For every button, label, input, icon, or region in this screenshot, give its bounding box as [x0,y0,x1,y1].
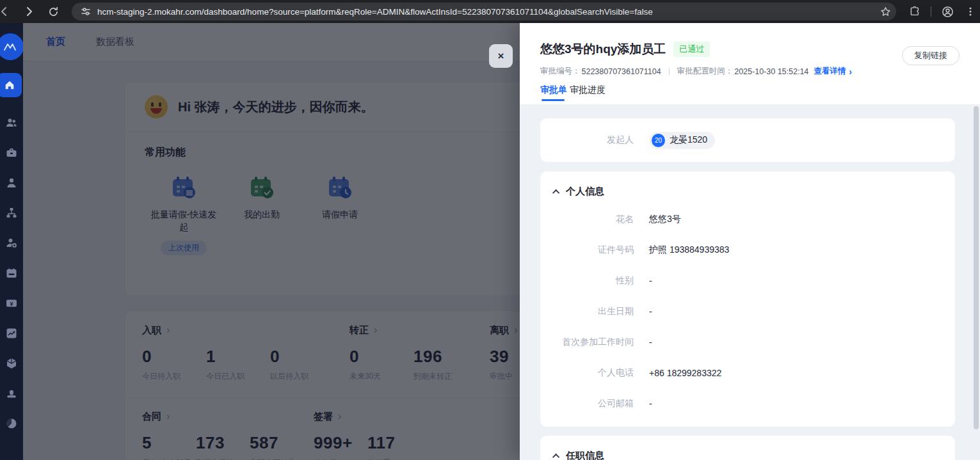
sidebar-item-employees[interactable] [5,116,18,129]
screen: hcm-staging-2.mokahr.com/dashboard/home?… [0,0,980,460]
info-row-gender: 性别 - [540,266,955,296]
panel-tabs: 审批单 审批进度 [540,84,960,101]
panel-header: 悠悠3号的hqy添加员工 已通过 复制链接 审批编号： 522380707361… [520,23,980,104]
browser-toolbar: hcm-staging-2.mokahr.com/dashboard/home?… [0,0,980,23]
approval-detail-panel: × 悠悠3号的hqy添加员工 已通过 复制链接 审批编号： 5223807073… [520,23,980,460]
personal-info-section: 个人信息 花名 悠悠3号 证件号码 护照 193884939383 性别 [540,171,955,427]
close-button[interactable]: × [489,44,513,68]
sidebar-item-org-chart[interactable] [5,207,18,219]
field-value: - [649,306,652,317]
browser-menu-icon[interactable] [961,2,980,21]
sidebar-item-assets[interactable] [5,357,18,370]
tab-approval-form[interactable]: 审批单 [540,84,567,101]
initiator-person-chip: 20 龙晏1520 [649,132,715,149]
section-title: 任职信息 [566,450,604,460]
field-value: - [649,399,652,409]
chevron-up-icon [552,189,559,196]
initiator-name: 龙晏1520 [670,134,707,146]
field-label: 公司邮箱 [540,398,634,409]
config-time-value: 2025-10-30 15:52:14 [734,67,808,76]
view-detail-label: 查看详情 [814,66,846,77]
extensions-icon[interactable] [905,2,924,21]
sidebar-item-performance[interactable] [5,327,18,340]
svg-text:¥: ¥ [10,301,13,307]
app-window: ¥ 首页 数据看板 [0,23,980,460]
approval-no-value: 522380707361071104 [582,67,661,76]
back-icon[interactable] [0,2,14,21]
field-value: - [649,337,652,347]
field-label: 性别 [540,275,634,287]
tab-approval-progress[interactable]: 审批进度 [570,84,606,101]
info-row-nickname: 花名 悠悠3号 [540,204,955,235]
sidebar-item-payroll[interactable]: ¥ [5,297,18,310]
field-label: 首次参加工作时间 [540,337,634,348]
chevron-right-icon: › [849,67,852,76]
view-detail-link[interactable]: 查看详情 › [814,66,852,77]
field-value: - [649,276,652,286]
info-row-personal-phone: 个人电话 +86 18299283322 [540,358,955,388]
url-bar[interactable]: hcm-staging-2.mokahr.com/dashboard/home?… [72,3,896,20]
panel-body: 发起人 20 龙晏1520 个人信息 花名 [520,104,980,460]
field-label: 出生日期 [540,306,634,317]
field-label: 证件号码 [540,244,634,256]
site-settings-icon[interactable] [81,6,91,17]
initiator-label: 发起人 [540,134,634,146]
info-row-company-email: 公司邮箱 - [540,388,955,419]
chevron-up-icon [552,453,559,460]
app-sidebar: ¥ [0,23,23,460]
profile-icon[interactable] [938,2,957,21]
forward-icon[interactable] [19,2,38,21]
field-value: 护照 193884939383 [649,244,729,256]
sidebar-item-attendance-calendar[interactable] [5,267,18,280]
sidebar-item-home[interactable] [0,73,22,97]
copy-link-button[interactable]: 复制链接 [902,46,960,65]
info-row-birth-date: 出生日期 - [540,296,955,327]
divider [669,68,670,75]
sidebar-item-add-employee[interactable] [5,237,18,250]
info-row-first-work-date: 首次参加工作时间 - [540,327,955,358]
status-badge-approved: 已通过 [673,42,710,57]
sidebar-item-reports[interactable] [5,417,18,430]
section-title: 个人信息 [566,186,604,198]
config-time-label: 审批配置时间： [677,66,734,77]
moka-logo[interactable] [0,33,23,60]
url-text: hcm-staging-2.mokahr.com/dashboard/home?… [97,7,653,17]
info-row-id-number: 证件号码 护照 193884939383 [540,235,955,266]
approval-no-label: 审批编号： [540,66,581,77]
personal-info-header[interactable]: 个人信息 [540,186,955,198]
bookmark-star-icon[interactable] [878,4,892,19]
approval-title: 悠悠3号的hqy添加员工 [540,41,666,58]
approval-meta: 审批编号： 522380707361071104 审批配置时间： 2025-10… [540,66,960,77]
job-info-header[interactable]: 任职信息 [540,450,955,460]
panel-scrollbar-thumb[interactable] [974,106,979,429]
job-info-section: 任职信息 [540,436,955,460]
field-label: 花名 [540,214,634,225]
field-value: +86 18299283322 [649,368,721,378]
sidebar-item-person[interactable] [5,177,18,189]
copy-link-label: 复制链接 [914,50,947,61]
field-label: 个人电话 [540,367,634,379]
sidebar-item-stamp[interactable] [5,387,18,400]
reload-icon[interactable] [44,2,63,21]
field-value: 悠悠3号 [649,214,681,225]
close-icon: × [498,50,504,63]
initiator-card: 发起人 20 龙晏1520 [540,118,955,162]
browser-actions [905,2,980,21]
sidebar-item-recruiting[interactable] [5,147,18,159]
avatar: 20 [652,134,665,147]
divider [931,6,931,17]
